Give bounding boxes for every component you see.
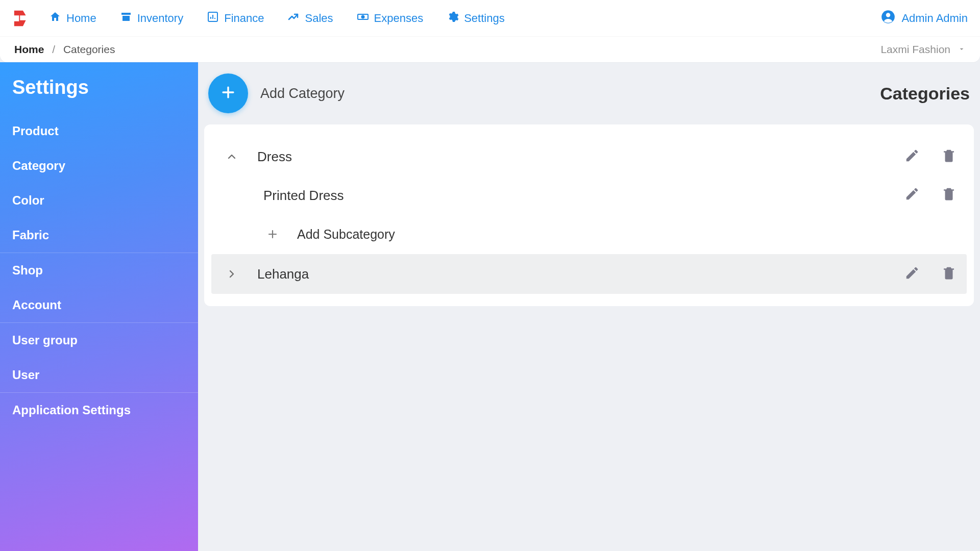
edit-button[interactable] [904,148,920,165]
sidebar-item-fabric[interactable]: Fabric [0,218,198,253]
nav-home[interactable]: Home [49,11,96,26]
subcategory-name: Printed Dress [263,188,344,204]
edit-button[interactable] [904,265,920,283]
breadcrumb-separator: / [52,43,55,55]
gear-icon [447,11,459,26]
trend-up-icon [287,11,300,26]
nav-settings[interactable]: Settings [447,11,505,26]
delete-button[interactable] [941,265,957,283]
sidebar-item-shop[interactable]: Shop [0,253,198,288]
nav-finance[interactable]: Finance [207,11,264,26]
add-category-button[interactable] [208,73,248,113]
sidebar-item-user[interactable]: User [0,358,198,392]
nav-expenses[interactable]: Expenses [357,11,424,26]
plus-icon [262,228,283,240]
money-icon [357,11,369,26]
store-selector-label: Laxmi Fashion [880,43,950,56]
bar-chart-icon [207,11,219,26]
top-nav: Home Inventory Finance Sales Expenses Se… [0,0,980,37]
add-category-label: Add Category [260,86,345,102]
store-selector[interactable]: Laxmi Fashion [880,43,966,56]
add-subcategory-row[interactable]: Add Subcategory [204,214,974,254]
user-display-name: Admin Admin [901,12,968,25]
svg-point-2 [361,15,364,18]
category-row-lehanga[interactable]: Lehanga [211,254,967,294]
nav-inventory[interactable]: Inventory [120,11,184,26]
nav-sales-label: Sales [305,12,333,25]
category-name: Dress [257,149,292,165]
add-subcategory-label: Add Subcategory [297,227,395,242]
chevron-up-icon[interactable] [222,151,242,163]
settings-sidebar: Settings Product Category Color Fabric S… [0,62,198,551]
brand-logo [12,9,32,28]
sidebar-item-user-group[interactable]: User group [0,323,198,358]
nav-settings-label: Settings [464,12,505,25]
delete-button[interactable] [941,148,957,165]
delete-button[interactable] [941,186,957,205]
sidebar-item-application-settings[interactable]: Application Settings [0,393,198,428]
sidebar-item-account[interactable]: Account [0,288,198,322]
edit-button[interactable] [904,186,920,205]
store-icon [120,11,132,26]
user-menu[interactable]: Admin Admin [881,10,968,27]
nav-sales[interactable]: Sales [287,11,333,26]
nav-home-label: Home [66,12,96,25]
chevron-right-icon[interactable] [222,268,242,280]
breadcrumb-root[interactable]: Home [14,43,44,55]
nav-finance-label: Finance [224,12,264,25]
nav-inventory-label: Inventory [137,12,184,25]
page-title: Categories [880,84,970,104]
breadcrumb-bar: Home / Categories Laxmi Fashion [0,37,980,62]
home-icon [49,11,61,26]
caret-down-icon [958,43,966,56]
svg-point-4 [886,13,890,17]
sidebar-item-category[interactable]: Category [0,148,198,183]
breadcrumb-current: Categories [63,43,115,55]
plus-icon [219,84,237,103]
nav-expenses-label: Expenses [374,12,424,25]
category-name: Lehanga [257,266,309,282]
sidebar-title: Settings [0,77,198,114]
main-content: Add Category Categories Dress Printed Dr… [198,62,980,551]
subcategory-row-printed-dress[interactable]: Printed Dress [204,177,974,214]
sidebar-item-color[interactable]: Color [0,183,198,218]
sidebar-item-product[interactable]: Product [0,114,198,148]
categories-panel: Dress Printed Dress Add Subcategory [204,124,974,306]
breadcrumb: Home / Categories [14,43,115,56]
category-row-dress[interactable]: Dress [204,137,974,177]
account-circle-icon [881,10,895,27]
